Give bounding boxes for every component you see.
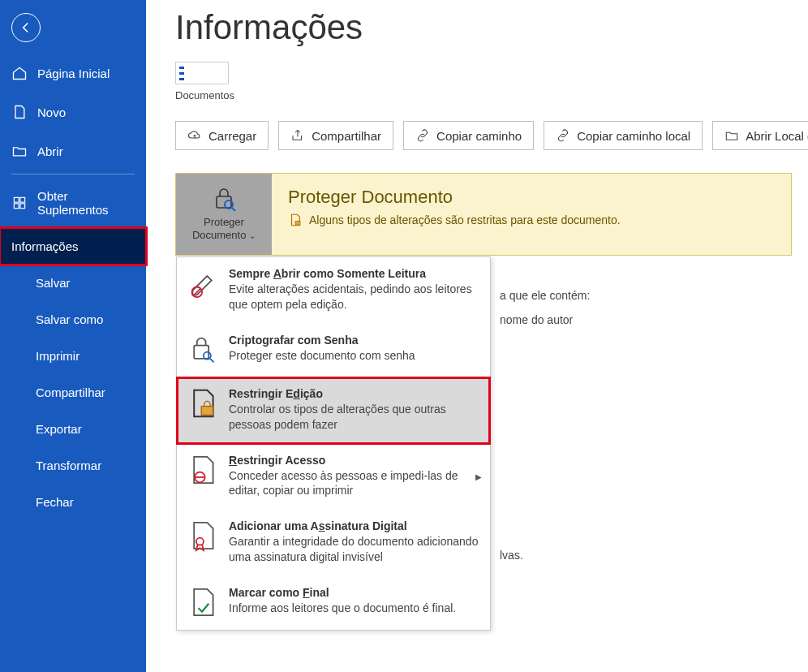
menu-final-title: Marcar como Final [229,586,456,599]
protect-document-button[interactable]: Proteger Documento ⌄ [176,174,272,255]
doc-ribbon-icon [188,519,217,552]
open-location-label: Abrir Local do Arc [746,129,808,143]
menu-signature-desc: Garantir a integridade do documento adic… [229,534,479,565]
nav-print[interactable]: Imprimir [0,338,146,374]
svg-rect-0 [14,197,19,202]
menu-encrypt-title: Criptografar com Senha [229,334,415,347]
svg-rect-1 [20,197,25,202]
share-label: Compartilhar [312,129,381,143]
menu-restrict-access[interactable]: Restringir Acesso Conceder acesso às pes… [177,444,490,510]
copy-local-path-label: Copiar caminho local [577,129,690,143]
lock-key-icon [188,334,217,366]
main-content: Informações Documentos Carregar Comparti… [146,0,808,672]
doc-lock-icon [288,213,303,227]
svg-rect-10 [201,406,213,415]
svg-point-12 [196,538,204,545]
nav-open-label: Abrir [37,144,63,158]
menu-restrict-access-title: Restringir Acesso [229,454,479,467]
menu-restrict-edit-title: Restringir Edição [229,387,479,400]
folder-open-icon [724,128,739,143]
lock-search-icon [210,187,238,211]
copy-local-path-button[interactable]: Copiar caminho local [544,121,703,150]
menu-signature-title: Adicionar uma Assinatura Digital [229,519,479,532]
svg-rect-6 [295,222,300,226]
nav-home[interactable]: Página Inicial [0,54,146,93]
menu-encrypt-password[interactable]: Criptografar com Senha Proteger este doc… [177,324,490,377]
background-inspect-text: a que ele contém: nome do autor [500,286,808,330]
svg-rect-4 [217,196,231,208]
nav-separator [11,174,135,174]
menu-encrypt-desc: Proteger este documento com senha [229,348,415,364]
share-button[interactable]: Compartilhar [278,121,393,150]
copy-path-button[interactable]: Copiar caminho [403,121,534,150]
action-toolbar: Carregar Compartilhar Copiar caminho Cop… [175,121,808,150]
new-doc-icon [11,104,28,120]
document-thumbnail[interactable] [175,62,229,84]
menu-restrict-access-desc: Conceder acesso às pessoas e impedi-las … [229,468,479,499]
nav-info[interactable]: Informações [0,228,146,265]
nav-print-label: Imprimir [36,349,80,363]
menu-mark-final[interactable]: Marcar como Final Informe aos leitores q… [177,576,490,630]
folder-open-icon [11,143,28,159]
nav-info-label: Informações [11,239,79,253]
nav-addins-label: Obter Suplementos [37,189,135,217]
menu-readonly-desc: Evite alterações acidentais, pedindo aos… [229,282,479,312]
back-button[interactable] [11,13,41,42]
protect-title: Proteger Documento [288,187,621,208]
upload-button[interactable]: Carregar [175,121,269,150]
nav-save-label: Salvar [36,276,71,290]
arrow-left-icon [18,19,34,36]
svg-rect-3 [20,204,25,209]
nav-saveas-label: Salvar como [36,312,103,326]
open-location-button[interactable]: Abrir Local do Arc [712,121,808,150]
nav-transform[interactable]: Transformar [0,447,146,484]
nav-transform-label: Transformar [36,459,101,472]
background-author-text: lvas. [500,546,808,564]
doc-check-icon [188,586,217,618]
menu-readonly-title: Sempre Abrir como Somente Leitura [229,267,479,280]
menu-final-desc: Informe aos leitores que o documento é f… [229,601,456,616]
protect-desc: Alguns tipos de alterações são restritas… [309,213,621,226]
nav-export[interactable]: Exportar [0,411,146,447]
menu-restrict-editing[interactable]: Restringir Edição Controlar os tipos de … [177,377,490,444]
page-title: Informações [175,8,808,47]
addins-icon [11,195,28,211]
protect-document-menu: Sempre Abrir como Somente Leitura Evite … [176,256,491,631]
upload-label: Carregar [208,129,256,143]
menu-restrict-edit-desc: Controlar os tipos de alterações que out… [229,402,479,433]
nav-save[interactable]: Salvar [0,265,146,301]
link-icon [415,128,430,143]
menu-add-signature[interactable]: Adicionar uma Assinatura Digital Garanti… [177,510,490,576]
nav-new[interactable]: Novo [0,93,146,131]
chevron-down-icon: ⌄ [249,231,256,240]
doc-block-icon [188,454,217,486]
nav-share-label: Compartilhar [36,386,105,399]
nav-saveas[interactable]: Salvar como [0,301,146,338]
share-icon [290,128,305,143]
pencil-no-icon [188,267,217,299]
nav-close-label: Fechar [36,495,74,509]
copy-path-label: Copiar caminho [436,129,522,143]
doc-lock-icon [188,387,217,420]
menu-always-open-readonly[interactable]: Sempre Abrir como Somente Leitura Evite … [177,257,490,324]
nav-addins[interactable]: Obter Suplementos [0,178,146,228]
nav-export-label: Exportar [36,422,82,436]
chevron-right-icon: ▶ [475,472,482,481]
cloud-upload-icon [187,128,202,143]
nav-new-label: Novo [37,106,66,119]
home-icon [11,65,28,81]
backstage-sidebar: Página Inicial Novo Abrir Obter Suplemen… [0,0,146,672]
nav-open[interactable]: Abrir [0,131,146,170]
protect-document-panel: Proteger Documento ⌄ Proteger Documento … [175,173,792,256]
link-icon [556,128,570,143]
nav-share[interactable]: Compartilhar [0,374,146,411]
svg-rect-2 [14,204,19,209]
nav-home-label: Página Inicial [37,67,110,80]
document-location-label: Documentos [175,89,808,101]
nav-close[interactable]: Fechar [0,484,146,520]
